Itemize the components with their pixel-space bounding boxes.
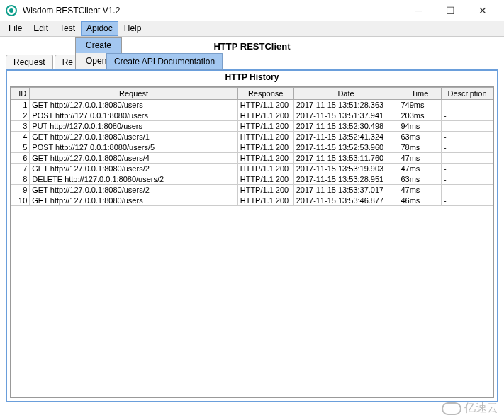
cell-time: 94ms bbox=[398, 121, 442, 132]
table-row[interactable]: 1GET http://127.0.0.1:8080/usersHTTP/1.1… bbox=[11, 100, 493, 110]
col-header-request[interactable]: Request bbox=[30, 88, 237, 100]
menu-file[interactable]: File bbox=[3, 21, 28, 36]
cell-date: 2017-11-15 13:51:28.363 bbox=[293, 100, 398, 110]
cell-response: HTTP/1.1 200 bbox=[237, 174, 293, 185]
history-panel: HTTP History ID Request Response Date Ti… bbox=[6, 69, 498, 402]
cell-id: 2 bbox=[11, 110, 30, 121]
cell-date: 2017-11-15 13:53:19.903 bbox=[293, 164, 398, 174]
cell-date: 2017-11-15 13:52:30.498 bbox=[293, 121, 398, 132]
cell-request: POST http://127.0.0.1:8080/users bbox=[30, 110, 237, 121]
cell-time: 47ms bbox=[398, 164, 442, 174]
cell-date: 2017-11-15 13:53:11.760 bbox=[293, 153, 398, 164]
col-header-id[interactable]: ID bbox=[11, 88, 30, 100]
window-controls: ─ ☐ ✕ bbox=[403, 0, 498, 21]
cell-description: - bbox=[442, 153, 493, 164]
menu-edit[interactable]: Edit bbox=[28, 21, 54, 36]
cell-time: 46ms bbox=[398, 195, 442, 206]
cell-id: 10 bbox=[11, 195, 30, 206]
cell-response: HTTP/1.1 200 bbox=[237, 100, 293, 110]
cell-id: 5 bbox=[11, 142, 30, 153]
cell-time: 203ms bbox=[398, 110, 442, 121]
cell-id: 8 bbox=[11, 174, 30, 185]
cell-response: HTTP/1.1 200 bbox=[237, 110, 293, 121]
cell-response: HTTP/1.1 200 bbox=[237, 164, 293, 174]
cell-date: 2017-11-15 13:53:28.951 bbox=[293, 174, 398, 185]
close-button[interactable]: ✕ bbox=[466, 0, 498, 21]
cell-description: - bbox=[442, 132, 493, 142]
cell-time: 749ms bbox=[398, 100, 442, 110]
col-header-response[interactable]: Response bbox=[237, 88, 293, 100]
history-table-wrap[interactable]: ID Request Response Date Time Descriptio… bbox=[10, 86, 494, 398]
submenu-create-api-doc[interactable]: Create API Documentation bbox=[107, 54, 222, 69]
cell-request: GET http://127.0.0.1:8080/users bbox=[30, 195, 237, 206]
cell-response: HTTP/1.1 200 bbox=[237, 153, 293, 164]
col-header-time[interactable]: Time bbox=[398, 88, 442, 100]
cell-response: HTTP/1.1 200 bbox=[237, 132, 293, 142]
col-header-date[interactable]: Date bbox=[293, 88, 398, 100]
table-row[interactable]: 9GET http://127.0.0.1:8080/users/2HTTP/1… bbox=[11, 185, 493, 195]
tab-request[interactable]: Request bbox=[6, 55, 53, 70]
col-header-description[interactable]: Description bbox=[442, 88, 493, 100]
watermark-text: 亿速云 bbox=[464, 401, 498, 416]
table-row[interactable]: 4GET http://127.0.0.1:8080/users/1HTTP/1… bbox=[11, 132, 493, 142]
table-row[interactable]: 10GET http://127.0.0.1:8080/usersHTTP/1.… bbox=[11, 195, 493, 206]
app-icon bbox=[6, 5, 17, 16]
window-title: Wisdom RESTClient V1.2 bbox=[23, 6, 120, 16]
cell-time: 47ms bbox=[398, 153, 442, 164]
cell-request: GET http://127.0.0.1:8080/users bbox=[30, 100, 237, 110]
table-row[interactable]: 8DELETE http://127.0.0.1:8080/users/2HTT… bbox=[11, 174, 493, 185]
cell-response: HTTP/1.1 200 bbox=[237, 185, 293, 195]
maximize-button[interactable]: ☐ bbox=[435, 0, 466, 21]
cell-description: - bbox=[442, 100, 493, 110]
cell-response: HTTP/1.1 200 bbox=[237, 195, 293, 206]
cell-description: - bbox=[442, 121, 493, 132]
cell-request: PUT http://127.0.0.1:8080/users bbox=[30, 121, 237, 132]
minimize-button[interactable]: ─ bbox=[403, 0, 435, 21]
history-table: ID Request Response Date Time Descriptio… bbox=[11, 87, 493, 206]
cell-time: 63ms bbox=[398, 174, 442, 185]
table-row[interactable]: 6GET http://127.0.0.1:8080/users/4HTTP/1… bbox=[11, 153, 493, 164]
cell-request: GET http://127.0.0.1:8080/users/4 bbox=[30, 153, 237, 164]
cell-id: 7 bbox=[11, 164, 30, 174]
titlebar: Wisdom RESTClient V1.2 ─ ☐ ✕ bbox=[0, 0, 504, 21]
table-row[interactable]: 7GET http://127.0.0.1:8080/users/2HTTP/1… bbox=[11, 164, 493, 174]
menu-test[interactable]: Test bbox=[54, 21, 81, 36]
table-row[interactable]: 3PUT http://127.0.0.1:8080/usersHTTP/1.1… bbox=[11, 121, 493, 132]
cell-request: DELETE http://127.0.0.1:8080/users/2 bbox=[30, 174, 237, 185]
cell-date: 2017-11-15 13:52:41.324 bbox=[293, 132, 398, 142]
cell-description: - bbox=[442, 164, 493, 174]
cell-id: 1 bbox=[11, 100, 30, 110]
menubar: File Edit Test Apidoc Help bbox=[0, 21, 504, 37]
cell-description: - bbox=[442, 195, 493, 206]
history-title: HTTP History bbox=[7, 71, 497, 84]
cell-id: 6 bbox=[11, 153, 30, 164]
cell-description: - bbox=[442, 185, 493, 195]
cell-request: POST http://127.0.0.1:8080/users/5 bbox=[30, 142, 237, 153]
table-row[interactable]: 2POST http://127.0.0.1:8080/usersHTTP/1.… bbox=[11, 110, 493, 121]
table-row[interactable]: 5POST http://127.0.0.1:8080/users/5HTTP/… bbox=[11, 142, 493, 153]
cell-date: 2017-11-15 13:53:37.017 bbox=[293, 185, 398, 195]
cell-request: GET http://127.0.0.1:8080/users/2 bbox=[30, 164, 237, 174]
cell-time: 47ms bbox=[398, 185, 442, 195]
cell-id: 4 bbox=[11, 132, 30, 142]
cell-id: 3 bbox=[11, 121, 30, 132]
watermark: 亿速云 bbox=[442, 401, 498, 416]
dropdown-create[interactable]: Create bbox=[76, 38, 121, 53]
cell-description: - bbox=[442, 142, 493, 153]
cell-description: - bbox=[442, 174, 493, 185]
cell-description: - bbox=[442, 110, 493, 121]
cell-response: HTTP/1.1 200 bbox=[237, 121, 293, 132]
create-submenu: Create API Documentation bbox=[106, 53, 223, 70]
cell-request: GET http://127.0.0.1:8080/users/2 bbox=[30, 185, 237, 195]
watermark-icon bbox=[442, 402, 461, 415]
cell-date: 2017-11-15 13:52:53.960 bbox=[293, 142, 398, 153]
menu-help[interactable]: Help bbox=[118, 21, 147, 36]
cell-time: 63ms bbox=[398, 132, 442, 142]
cell-time: 78ms bbox=[398, 142, 442, 153]
cell-id: 9 bbox=[11, 185, 30, 195]
cell-date: 2017-11-15 13:51:37.941 bbox=[293, 110, 398, 121]
menu-apidoc[interactable]: Apidoc bbox=[81, 21, 118, 36]
cell-request: GET http://127.0.0.1:8080/users/1 bbox=[30, 132, 237, 142]
cell-date: 2017-11-15 13:53:46.877 bbox=[293, 195, 398, 206]
cell-response: HTTP/1.1 200 bbox=[237, 142, 293, 153]
